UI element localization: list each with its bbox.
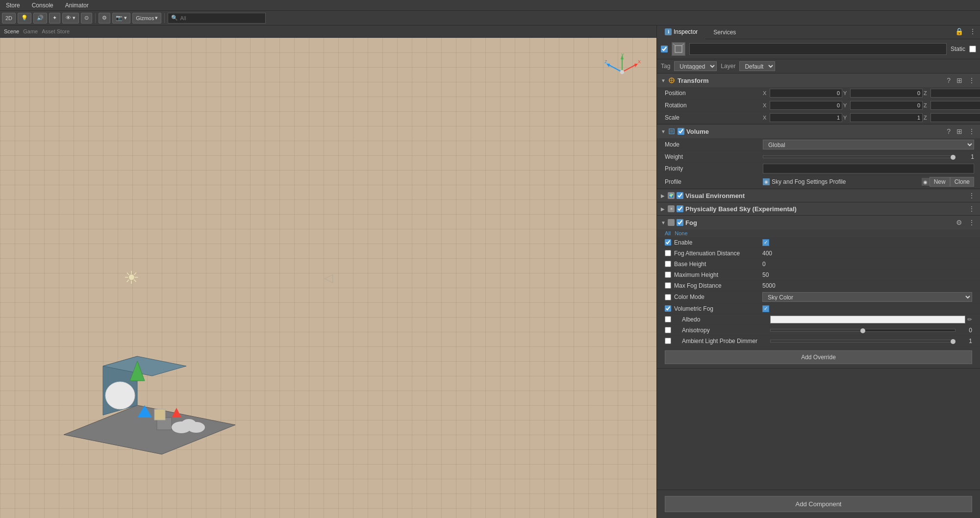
new-profile-button[interactable]: New <box>930 177 950 187</box>
transform-actions: ? ⊞ ⋮ <box>946 76 976 84</box>
priority-input[interactable]: 0 <box>763 164 974 173</box>
ambient-probe-checkbox[interactable] <box>665 338 671 344</box>
scene-canvas[interactable]: ☀ Y X Z <box>0 38 656 518</box>
albedo-label: Albedo <box>674 316 770 323</box>
albedo-checkbox[interactable] <box>665 316 671 322</box>
menu-console[interactable]: Console <box>30 1 55 10</box>
all-button[interactable]: All <box>665 230 671 236</box>
fog-gear-btn[interactable]: ⚙ <box>955 219 963 226</box>
object-header: Sky and Fog Volume Static <box>657 39 980 59</box>
sx-label: X <box>763 115 769 121</box>
albedo-color-bar[interactable] <box>770 316 965 323</box>
menu-dots-icon[interactable]: ⋮ <box>969 27 976 35</box>
ve-menu-btn[interactable]: ⋮ <box>967 192 976 199</box>
fog-enabled-checkbox[interactable] <box>677 219 683 226</box>
priority-row: Priority 0 <box>657 162 980 175</box>
camera-button[interactable]: 📷 ▾ <box>112 13 130 24</box>
transform-layout-btn[interactable]: ⊞ <box>955 76 963 84</box>
scene-view: Scene Game Asset Store ☀ <box>0 25 656 518</box>
menu-store[interactable]: Store <box>4 1 22 10</box>
scene-filter[interactable]: ⊙ <box>81 13 92 24</box>
transform-icon <box>668 76 676 84</box>
tab-services[interactable]: Services <box>705 25 744 39</box>
anisotropy-slider[interactable] <box>770 329 955 332</box>
transform-help-btn[interactable]: ? <box>946 76 952 84</box>
volume-enabled-checkbox[interactable] <box>678 128 684 135</box>
fog-attenuation-checkbox[interactable] <box>665 250 671 256</box>
transform-header[interactable]: ▼ Transform ? ⊞ ⋮ <box>657 74 980 87</box>
gizmos-dropdown[interactable]: Gizmos ▾ <box>132 13 161 24</box>
scale-z-input[interactable] <box>930 113 980 122</box>
scale-x-input[interactable] <box>770 113 842 122</box>
color-mode-checkbox[interactable] <box>665 294 671 300</box>
scale-fields: X Y Z <box>763 113 980 122</box>
volume-layout-btn[interactable]: ⊞ <box>955 127 963 135</box>
static-checkbox[interactable] <box>969 46 976 52</box>
pbs-menu-btn[interactable]: ⋮ <box>967 205 976 213</box>
ambient-probe-slider[interactable] <box>770 340 955 343</box>
audio-button[interactable]: 🔊 <box>33 13 47 24</box>
object-enabled-checkbox[interactable] <box>661 46 668 52</box>
pbs-header[interactable]: ▶ ☀ Physically Based Sky (Experimental) … <box>657 202 980 215</box>
rotation-y-input[interactable] <box>850 101 923 110</box>
anisotropy-checkbox[interactable] <box>665 327 671 333</box>
add-override-button[interactable]: Add Override <box>665 350 972 364</box>
scale-y-input[interactable] <box>850 113 923 122</box>
transform-component: ▼ Transform ? ⊞ ⋮ <box>657 74 980 124</box>
visual-environment-header[interactable]: ▶ 🌍 Visual Environment ⋮ <box>657 189 980 202</box>
pbs-enabled-checkbox[interactable] <box>677 205 683 212</box>
mode-dropdown[interactable]: Global <box>763 140 974 149</box>
albedo-pencil-icon[interactable]: ✏ <box>967 316 972 323</box>
volumetric-fog-value[interactable]: ✓ <box>762 305 769 312</box>
base-height-checkbox[interactable] <box>665 261 671 267</box>
rotation-fields: X Y Z <box>763 101 980 110</box>
game-tab[interactable]: Game <box>23 28 38 34</box>
layer-dropdown[interactable]: Default <box>739 61 775 71</box>
transform-collapse-arrow: ▼ <box>661 78 666 83</box>
clone-profile-button[interactable]: Clone <box>950 177 974 187</box>
scale-y-group: Y <box>843 113 923 122</box>
rotation-x-input[interactable] <box>770 101 842 110</box>
svg-point-13 <box>105 382 135 409</box>
position-z-input[interactable] <box>930 89 980 98</box>
fog-header[interactable]: ▼ Fog ⚙ ⋮ <box>657 216 980 229</box>
asset-store-tab[interactable]: Asset Store <box>42 28 70 34</box>
fx-button[interactable]: ✦ <box>49 13 60 24</box>
rotation-z-input[interactable] <box>930 101 980 110</box>
max-height-checkbox[interactable] <box>665 271 671 278</box>
transform-menu-btn[interactable]: ⋮ <box>967 76 976 84</box>
fog-enable-value[interactable]: ✓ <box>762 239 769 246</box>
profile-dot-button[interactable]: ◉ <box>922 178 930 186</box>
2d-button[interactable]: 2D <box>2 13 16 24</box>
tag-dropdown[interactable]: Untagged <box>674 61 717 71</box>
scene-gizmo[interactable]: Y X Z <box>603 52 642 92</box>
menu-animator[interactable]: Animator <box>63 1 91 10</box>
tab-inspector[interactable]: ℹ Inspector <box>657 25 705 39</box>
light-button[interactable]: 💡 <box>18 13 31 24</box>
rx-label: X <box>763 102 769 108</box>
inspector-tabs: ℹ Inspector Services 🔒 ⋮ <box>657 25 980 39</box>
object-name-input[interactable]: Sky and Fog Volume <box>689 43 947 55</box>
none-button[interactable]: None <box>675 230 687 236</box>
max-height-value: 50 <box>762 271 972 278</box>
search-input[interactable] <box>180 15 262 21</box>
scale-x-group: X <box>763 113 842 122</box>
fog-menu-btn[interactable]: ⋮ <box>967 219 976 226</box>
position-x-input[interactable] <box>770 89 842 98</box>
fog-enable-master-checkbox[interactable] <box>665 239 671 246</box>
position-y-input[interactable] <box>850 89 923 98</box>
ve-enabled-checkbox[interactable] <box>677 192 683 199</box>
max-fog-distance-checkbox[interactable] <box>665 282 671 289</box>
volume-help-btn[interactable]: ? <box>946 127 952 135</box>
scene-visibility[interactable]: 👁 ▾ <box>62 13 79 24</box>
fog-enable-row: Enable ✓ <box>657 237 980 248</box>
color-mode-dropdown[interactable]: Sky Color <box>762 292 972 302</box>
volume-menu-btn[interactable]: ⋮ <box>967 127 976 135</box>
scene-tab[interactable]: Scene <box>4 28 19 34</box>
volume-header[interactable]: ▼ Volume ? ⊞ ⋮ <box>657 124 980 138</box>
add-component-button[interactable]: Add Component <box>665 496 972 512</box>
volumetric-fog-master-checkbox[interactable] <box>665 305 671 312</box>
settings-button[interactable]: ⚙ <box>99 13 110 24</box>
lock-icon[interactable]: 🔒 <box>955 27 963 35</box>
weight-slider[interactable] <box>763 155 955 158</box>
